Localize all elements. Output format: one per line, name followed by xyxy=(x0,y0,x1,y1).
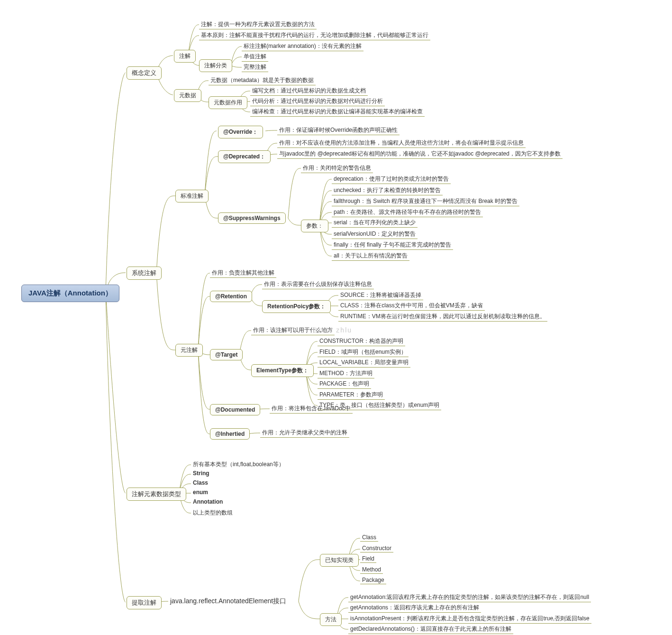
node-inherited[interactable]: @Inhertied xyxy=(210,428,250,440)
node-target[interactable]: @Target xyxy=(210,349,243,360)
node-annot-full: 完整注解 xyxy=(242,63,268,72)
node-k-method: Method xyxy=(360,566,383,574)
node-dt-prim: 所有基本类型（int,float,boolean等） xyxy=(191,460,286,469)
node-sw-path: path：在类路径、源文件路径等中有不存在的路径时的警告 xyxy=(332,208,483,217)
node-ret-source: SOURCE：注释将被编译器丢掉 xyxy=(338,291,423,300)
node-et-package: PACKAGE：包声明 xyxy=(318,379,371,389)
node-dt-string: String xyxy=(191,469,211,477)
node-annot[interactable]: 注解 xyxy=(174,50,196,63)
node-metadata[interactable]: 元数据 xyxy=(174,89,201,102)
node-et-local: LOCAL_VARIABLE：局部变量声明 xyxy=(318,358,410,368)
node-annot-cat[interactable]: 注解分类 xyxy=(199,59,232,72)
node-inh-use: 作用：允许子类继承父类中的注释 xyxy=(260,428,349,438)
node-ret-class: CLASS：注释在class文件中可用，但会被VM丢弃，缺省 xyxy=(338,301,485,311)
node-datatypes[interactable]: 注解元素数据类型 xyxy=(127,488,186,501)
node-ret-use: 作用：表示需要在什么级别保存该注释信息 xyxy=(262,280,374,289)
node-meta-check: 编译检查：通过代码里标识的元数据让编译器能实现基本的编译检查 xyxy=(250,107,425,117)
node-sw[interactable]: @SuppressWarnings xyxy=(218,212,286,224)
node-concept[interactable]: 概念定义 xyxy=(127,66,162,80)
node-sw-unchecked: unchecked：执行了未检查的转换时的警告 xyxy=(332,186,443,195)
node-methods[interactable]: 方法 xyxy=(320,613,342,626)
mindmap-container: JAVA注解（Annotation） 概念定义 注解 注解：提供一种为程序元素设… xyxy=(9,9,672,635)
node-metadata-def: 元数据（metadata）就是关于数据的数据 xyxy=(209,76,316,85)
node-et-method: METHOD：方法声明 xyxy=(318,369,374,378)
node-m-get: getAnnotation:返回该程序元素上存在的指定类型的注解，如果该类型的注… xyxy=(348,593,591,602)
node-sw-fall: fallthrough：当 Switch 程序块直接通往下一种情况而没有 Bre… xyxy=(332,197,519,206)
node-deprecated[interactable]: @Deprecated： xyxy=(218,150,271,163)
node-k-constructor: Constructor xyxy=(360,544,393,552)
node-override[interactable]: @Override： xyxy=(218,126,263,138)
node-sw-finally: finally：任何 finally 子句不能正常完成时的警告 xyxy=(332,240,453,250)
node-sw-uid: serialVersionUID：定义时的警告 xyxy=(332,230,418,239)
node-target-params[interactable]: ElementType参数： xyxy=(251,364,314,377)
root-node[interactable]: JAVA注解（Annotation） xyxy=(21,285,119,302)
node-k-package: Package xyxy=(360,576,386,584)
node-dt-annot: Annotation xyxy=(191,498,225,506)
node-dt-enum: enum xyxy=(191,488,210,496)
node-ret-runtime: RUNTIME：VM将在运行时也保留注释，因此可以通过反射机制读取注释的信息。 xyxy=(338,312,547,322)
watermark: Droid zhlu xyxy=(313,326,352,334)
node-m-present: isAnnotationPresent：判断该程序元素上是否包含指定类型的注解，… xyxy=(348,614,591,624)
node-sw-all: all：关于以上所有情况的警告 xyxy=(332,251,409,261)
node-extract[interactable]: 提取注解 xyxy=(127,596,162,609)
node-metadata-use[interactable]: 元数据作用 xyxy=(209,96,247,109)
node-dt-array: 以上类型的数组 xyxy=(191,508,235,517)
node-m-gets: getAnnotations：返回程序该元素上存在的所有注解 xyxy=(348,603,481,613)
node-annot-principle: 基本原则：注解不能直接干扰程序代码的运行，无论增加或删除注解，代码都能够正常运行 xyxy=(199,31,430,40)
node-dep-javadoc: 与javadoc里的 @deprecated标记有相同的功能，准确的说，它还不如… xyxy=(277,149,563,159)
node-annot-marker: 标注注解(marker annotation)：没有元素的注解 xyxy=(242,42,363,51)
node-std[interactable]: 标准注解 xyxy=(175,190,209,202)
node-annot-def: 注解：提供一种为程序元素设置元数据的方法 xyxy=(199,20,317,29)
node-sw-params[interactable]: 参数： xyxy=(301,220,328,232)
node-meta-doc: 编写文档：通过代码里标识的元数据生成文档 xyxy=(250,86,368,96)
node-sw-dep: deprecation：使用了过时的类或方法时的警告 xyxy=(332,175,451,184)
node-doc-use: 作用：将注释包含在JavaDoc中 xyxy=(270,404,353,414)
node-et-constructor: CONSTRUCTOR：构造器的声明 xyxy=(318,337,405,346)
node-m-declared: getDeclaredAnnotations()：返回直接存在于此元素上的所有注… xyxy=(348,625,513,634)
node-meta-use: 作用：负责注解其他注解 xyxy=(210,268,276,278)
node-dt-class: Class xyxy=(191,479,210,487)
node-sw-use: 作用：关闭特定的警告信息 xyxy=(301,164,373,173)
node-et-param: PARAMETER：参数声明 xyxy=(318,390,385,400)
node-k-field: Field xyxy=(360,555,376,563)
node-sw-serial: serial：当在可序列化的类上缺少 xyxy=(332,218,418,228)
node-et-field: FIELD：域声明（包括enum实例） xyxy=(318,348,409,357)
node-override-use: 作用：保证编译时候Override函数的声明正确性 xyxy=(277,126,400,135)
node-retention[interactable]: @Retention xyxy=(210,291,252,302)
node-meta-annot[interactable]: 元注解 xyxy=(175,344,203,357)
node-dep-use: 作用：对不应该在使用的方法添加注释，当编程人员使用这些方法时，将会在编译时显示提… xyxy=(277,138,526,148)
node-k-class: Class xyxy=(360,534,378,542)
node-sys[interactable]: 系统注解 xyxy=(127,267,162,280)
node-meta-analysis: 代码分析：通过代码里标识的元数据对代码进行分析 xyxy=(250,97,385,106)
node-documented[interactable]: @Documented xyxy=(210,404,260,415)
node-ae: java.lang.reflect.AnnotatedElement接口 xyxy=(168,597,288,606)
node-annot-single: 单值注解 xyxy=(242,52,268,62)
node-ret-params[interactable]: RetentionPoicy参数： xyxy=(262,300,331,313)
node-known[interactable]: 已知实现类 xyxy=(320,554,359,567)
